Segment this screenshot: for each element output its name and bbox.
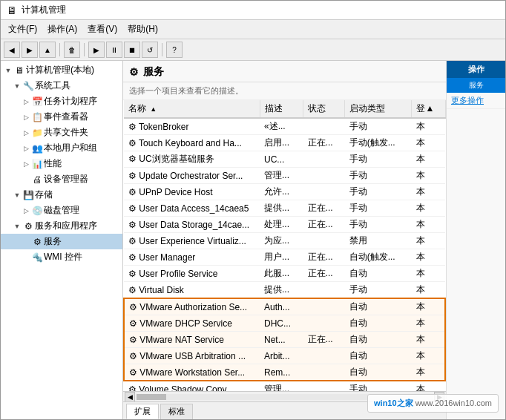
sidebar-item-performance[interactable]: ▷ 📊 性能 (1, 156, 122, 171)
sidebar-item-system-tools[interactable]: ▼ 🔧 系统工具 (1, 78, 122, 93)
expand-icon: ▷ (22, 206, 30, 215)
sidebar-item-event-viewer[interactable]: ▷ 📋 事件查看器 (1, 109, 122, 125)
action-more[interactable]: 更多操作 (447, 93, 505, 109)
menu-action[interactable]: 操作(A) (43, 22, 82, 37)
service-startup-cell: 自动 (345, 315, 412, 332)
scroll-left-btn[interactable]: ◀ (125, 392, 135, 402)
service-startup-cell: 自动 (345, 348, 412, 364)
service-login-cell: 本 (412, 168, 445, 184)
service-desc-cell: Net... (260, 332, 303, 348)
toolbar-sep-2 (84, 43, 85, 56)
services-title-icon: ⚙ (129, 66, 139, 78)
service-status-cell (303, 233, 345, 249)
menu-file[interactable]: 文件(F) (4, 22, 42, 37)
toolbar-btn-pause[interactable]: ⏸ (106, 42, 122, 58)
toolbar-btn-forward[interactable]: ▶ (22, 42, 38, 58)
sidebar-item-local-users[interactable]: ▷ 👥 本地用户和组 (1, 140, 122, 156)
sidebar-item-task-scheduler[interactable]: ▷ 📅 任务计划程序 (1, 93, 122, 109)
table-row[interactable]: ⚙ TokenBroker«述...手动本 (124, 118, 445, 135)
watermark: win10之家 www.2016win10.com (367, 394, 499, 413)
sidebar-item-wmi[interactable]: 🔩 WMI 控件 (1, 249, 122, 265)
toolbar-btn-restart[interactable]: ↺ (142, 42, 158, 58)
service-name-cell: ⚙ VMware Workstation Ser... (124, 364, 260, 381)
sidebar-item-services-apps[interactable]: ▼ ⚙ 服务和应用程序 (1, 218, 122, 234)
toolbar-btn-stop[interactable]: ⏹ (124, 42, 140, 58)
table-row[interactable]: ⚙ Update Orchestrator Ser...管理...手动本 (124, 168, 445, 184)
services-apps-icon: ⚙ (23, 221, 33, 232)
tab-standard[interactable]: 标准 (160, 404, 193, 419)
sidebar-item-shared-folders[interactable]: ▷ 📁 共享文件夹 (1, 125, 122, 140)
service-status-cell (303, 348, 345, 364)
toolbar-btn-back[interactable]: ◀ (4, 42, 20, 58)
table-row[interactable]: ⚙ Virtual Disk提供...手动本 (124, 282, 445, 299)
table-row[interactable]: ⚙ User Manager用户...正在...自动(触发...本 (124, 249, 445, 266)
service-startup-cell: 手动 (345, 200, 412, 217)
sidebar-item-device-mgr[interactable]: 🖨 设备管理器 (1, 171, 122, 187)
service-name-cell: ⚙ TokenBroker (124, 118, 260, 135)
service-status-cell (303, 282, 345, 299)
service-name-cell: ⚙ Volume Shadow Copy (124, 381, 260, 391)
title-bar: 🖥 计算机管理 (1, 1, 505, 20)
toolbar-btn-play[interactable]: ▶ (88, 42, 105, 58)
service-status-cell: 正在... (303, 266, 345, 282)
service-desc-cell: 管理... (260, 168, 303, 184)
service-status-cell (303, 381, 345, 391)
services-table-wrapper[interactable]: 名称 ▲ 描述 状态 启动类型 登▲ ⚙ TokenBroker«述...手动本… (123, 100, 446, 391)
sidebar-item-storage[interactable]: ▼ 💾 存储 (1, 187, 122, 203)
service-login-cell: 本 (412, 118, 445, 135)
col-login[interactable]: 登▲ (412, 100, 445, 118)
service-login-cell: 本 (412, 200, 445, 217)
watermark-prefix: win10之家 (374, 398, 413, 407)
table-row[interactable]: ⚙ VMware Authorization Se...Auth...自动本 (124, 298, 445, 315)
menu-help[interactable]: 帮助(H) (123, 22, 162, 37)
table-row[interactable]: ⚙ Touch Keyboard and Ha...启用...正在...手动(触… (124, 135, 445, 151)
service-desc-cell: 提供... (260, 200, 303, 217)
service-login-cell: 本 (412, 282, 445, 299)
toolbar-btn-up[interactable]: ▲ (39, 42, 56, 58)
sidebar-item-disk-mgmt[interactable]: ▷ 💿 磁盘管理 (1, 203, 122, 218)
table-row[interactable]: ⚙ VMware Workstation Ser...Rem...自动本 (124, 364, 445, 381)
perf-icon: 📊 (32, 159, 42, 169)
service-name-cell: ⚙ UC浏览器基础服务 (124, 151, 260, 168)
service-name-cell: ⚙ Update Orchestrator Ser... (124, 168, 260, 184)
tab-expand[interactable]: 扩展 (126, 404, 159, 419)
table-row[interactable]: ⚙ User Data Access_14caea5提供...正在...手动本 (124, 200, 445, 217)
services-panel: ⚙ 服务 选择一个项目来查看它的描述。 名称 ▲ 描述 状态 启动类 (123, 61, 446, 419)
table-row[interactable]: ⚙ UPnP Device Host允许...手动本 (124, 184, 445, 200)
toolbar-btn-show[interactable]: 🗑 (64, 42, 80, 58)
table-row[interactable]: ⚙ UC浏览器基础服务UC...手动本 (124, 151, 445, 168)
service-login-cell: 本 (412, 364, 445, 381)
table-row[interactable]: ⚙ VMware USB Arbitration ...Arbit...自动本 (124, 348, 445, 364)
service-status-cell (303, 118, 345, 135)
col-name[interactable]: 名称 ▲ (124, 100, 260, 118)
table-row[interactable]: ⚙ VMware DHCP ServiceDHC...自动本 (124, 315, 445, 332)
service-login-cell: 本 (412, 348, 445, 364)
tools-icon: 🔧 (23, 81, 33, 91)
service-login-cell: 本 (412, 249, 445, 266)
sidebar-item-services[interactable]: ⚙ 服务 (1, 234, 122, 249)
toolbar: ◀ ▶ ▲ 🗑 ▶ ⏸ ⏹ ↺ ? (1, 39, 505, 61)
scroll-thumb[interactable] (137, 394, 166, 400)
service-desc-cell: 允许... (260, 184, 303, 200)
expand-icon: ▷ (22, 144, 30, 153)
service-status-cell: 正在... (303, 249, 345, 266)
table-row[interactable]: ⚙ Volume Shadow Copy管理...手动本 (124, 381, 445, 391)
toolbar-btn-help[interactable]: ? (166, 42, 183, 58)
device-icon: 🖨 (32, 174, 42, 185)
table-row[interactable]: ⚙ User Data Storage_14cae...处理...正在...手动… (124, 217, 445, 233)
menu-view[interactable]: 查看(V) (83, 22, 122, 37)
sidebar-item-computer-mgmt[interactable]: ▼ 🖥 计算机管理(本地) (1, 62, 122, 78)
expand-icon: ▼ (4, 66, 13, 75)
watermark-url: www.2016win10.com (415, 398, 492, 407)
services-title: 服务 (143, 65, 164, 79)
table-row[interactable]: ⚙ VMware NAT ServiceNet...正在...自动本 (124, 332, 445, 348)
col-status[interactable]: 状态 (303, 100, 345, 118)
col-startup[interactable]: 启动类型 (345, 100, 412, 118)
col-desc[interactable]: 描述 (260, 100, 303, 118)
action-services-label[interactable]: 服务 (447, 78, 505, 93)
table-row[interactable]: ⚙ User Profile Service此服...正在...自动本 (124, 266, 445, 282)
service-login-cell: 本 (412, 298, 445, 315)
table-row[interactable]: ⚙ User Experience Virtualiz...为应...禁用本 (124, 233, 445, 249)
expand-icon (22, 237, 30, 246)
service-startup-cell: 自动 (345, 266, 412, 282)
